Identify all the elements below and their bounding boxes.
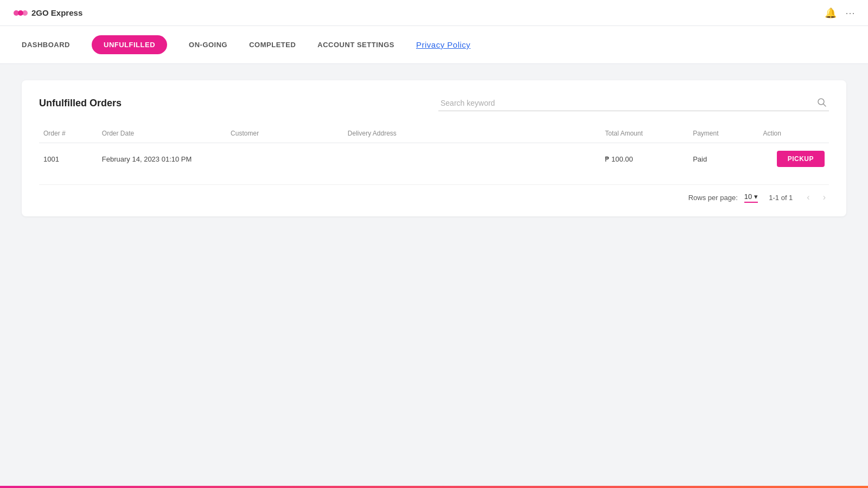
- col-header-payment: Payment: [688, 124, 758, 143]
- search-input[interactable]: [438, 95, 829, 111]
- orders-card: Unfulfilled Orders Order # Order Date Cu…: [22, 80, 846, 216]
- tab-dashboard[interactable]: DASHBOARD: [22, 41, 70, 49]
- svg-line-4: [824, 104, 826, 106]
- tab-privacy-policy[interactable]: Privacy Policy: [416, 40, 470, 49]
- col-header-customer: Customer: [226, 124, 343, 143]
- navbar-right: 🔔 ⋯: [825, 7, 855, 19]
- col-header-order: Order #: [39, 124, 98, 143]
- pagination: Rows per page: 10 ▾ 1-1 of 1 ‹ ›: [39, 184, 829, 203]
- card-title: Unfulfilled Orders: [39, 98, 122, 109]
- next-page-button[interactable]: ›: [820, 191, 829, 203]
- page-info: 1-1 of 1: [769, 194, 793, 202]
- table-body: 1001 February 14, 2023 01:10 PM ₱ 100.00…: [39, 143, 829, 175]
- col-header-action: Action: [759, 124, 829, 143]
- cell-amount: ₱ 100.00: [601, 143, 688, 175]
- orders-table: Order # Order Date Customer Delivery Add…: [39, 124, 829, 175]
- rows-per-page-select[interactable]: 10 ▾: [744, 192, 758, 203]
- col-header-address: Delivery Address: [343, 124, 601, 143]
- rows-per-page-value: 10: [744, 192, 752, 201]
- table-header: Order # Order Date Customer Delivery Add…: [39, 124, 829, 143]
- navbar: 2GO Express 🔔 ⋯: [0, 0, 868, 26]
- more-options-icon[interactable]: ⋯: [845, 7, 855, 19]
- cell-address: [343, 143, 601, 175]
- brand: 2GO Express: [13, 8, 82, 18]
- brand-logo-icon: [13, 8, 28, 18]
- search-icon: [817, 98, 827, 110]
- tab-ongoing[interactable]: ON-GOING: [189, 41, 227, 49]
- cell-customer: [226, 143, 343, 175]
- cell-order: 1001: [39, 143, 98, 175]
- cell-payment: Paid: [688, 143, 758, 175]
- card-header: Unfulfilled Orders: [39, 95, 829, 111]
- search-container: [438, 95, 829, 111]
- notification-icon[interactable]: 🔔: [825, 7, 837, 19]
- bottom-accent-bar: [0, 486, 868, 488]
- prev-page-button[interactable]: ‹: [803, 191, 813, 203]
- cell-date: February 14, 2023 01:10 PM: [98, 143, 226, 175]
- table-row: 1001 February 14, 2023 01:10 PM ₱ 100.00…: [39, 143, 829, 175]
- col-header-amount: Total Amount: [601, 124, 688, 143]
- main-content: Unfulfilled Orders Order # Order Date Cu…: [0, 64, 868, 233]
- navigation-tabs: DASHBOARD UNFULFILLED ON-GOING COMPLETED…: [0, 26, 868, 64]
- rows-per-page-label: Rows per page:: [688, 194, 738, 202]
- col-header-date: Order Date: [98, 124, 226, 143]
- tab-unfulfilled[interactable]: UNFULFILLED: [92, 35, 167, 54]
- brand-name: 2GO Express: [31, 8, 82, 17]
- tab-account-settings[interactable]: ACCOUNT SETTINGS: [317, 41, 394, 49]
- cell-action: PICKUP: [759, 143, 829, 175]
- svg-point-2: [22, 10, 28, 16]
- rows-per-page-chevron-icon: ▾: [754, 192, 758, 201]
- tab-completed[interactable]: COMPLETED: [249, 41, 296, 49]
- pickup-button[interactable]: PICKUP: [777, 151, 825, 167]
